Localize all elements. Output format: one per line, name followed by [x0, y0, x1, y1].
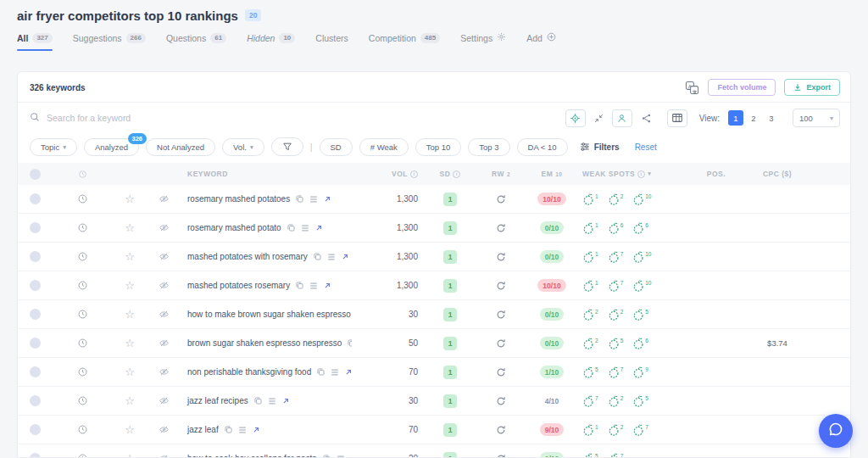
weak-spot-fruit-icon[interactable]: 1	[582, 250, 598, 264]
export-button[interactable]: Export	[784, 79, 840, 96]
weak-spot-fruit-icon[interactable]: 2	[608, 308, 624, 321]
copy-icon[interactable]	[316, 367, 326, 377]
favorite-star-icon[interactable]: ☆	[125, 280, 135, 291]
external-link-icon[interactable]	[344, 368, 352, 377]
fetch-volume-button[interactable]: Fetch volume	[708, 79, 776, 96]
row-checkbox[interactable]	[30, 424, 41, 435]
hide-eye-icon[interactable]	[147, 338, 181, 349]
tab-questions[interactable]: Questions61	[166, 33, 226, 51]
hide-eye-icon[interactable]	[147, 453, 181, 458]
em-column-header[interactable]: EM10	[525, 170, 579, 178]
filter-chip--weak[interactable]: # Weak	[359, 138, 409, 156]
serp-list-icon[interactable]	[337, 455, 345, 458]
refresh-icon[interactable]	[477, 338, 525, 349]
favorite-star-icon[interactable]: ☆	[125, 366, 135, 377]
weak-spot-fruit-icon[interactable]: 6	[632, 221, 648, 235]
favorite-star-icon[interactable]: ☆	[125, 453, 135, 458]
serp-list-icon[interactable]	[238, 426, 247, 434]
weak-spot-fruit-icon[interactable]: 6	[608, 221, 624, 235]
history-icon[interactable]	[52, 280, 113, 291]
serp-list-icon[interactable]	[309, 282, 318, 290]
hide-eye-icon[interactable]	[147, 280, 181, 291]
tab-all[interactable]: All327	[17, 33, 53, 51]
weak-spot-fruit-icon[interactable]: 2	[608, 193, 624, 206]
history-icon[interactable]	[52, 222, 113, 233]
serp-list-icon[interactable]	[268, 397, 276, 405]
funnel-filter-chip[interactable]	[271, 137, 303, 156]
external-link-icon[interactable]	[341, 253, 349, 261]
history-icon[interactable]	[52, 366, 113, 377]
refresh-icon[interactable]	[477, 396, 525, 406]
hide-eye-icon[interactable]	[147, 366, 181, 377]
weak-spot-fruit-icon[interactable]: 7	[608, 452, 624, 458]
external-link-icon[interactable]	[281, 397, 290, 405]
vol-column-header[interactable]: Voli	[352, 170, 423, 178]
row-checkbox[interactable]	[30, 251, 41, 262]
row-checkbox[interactable]	[30, 338, 41, 349]
weak-spot-fruit-icon[interactable]: 1	[582, 193, 598, 206]
weak-spot-fruit-icon[interactable]: 9	[632, 366, 648, 379]
tab-clusters[interactable]: Clusters	[315, 33, 348, 51]
row-checkbox[interactable]	[30, 280, 41, 291]
filters-button[interactable]: Filters	[580, 142, 620, 152]
refresh-icon[interactable]	[477, 194, 525, 204]
weak-spot-fruit-icon[interactable]: 7	[608, 279, 624, 293]
weak-spot-fruit-icon[interactable]: 10	[632, 279, 651, 293]
tab-suggestions[interactable]: Suggestions266	[73, 33, 146, 51]
hide-eye-icon[interactable]	[147, 251, 181, 262]
keyword-column-header[interactable]: Keyword	[181, 170, 352, 178]
serp-list-icon[interactable]	[301, 224, 309, 232]
history-icon[interactable]	[52, 193, 113, 204]
serp-list-icon[interactable]	[327, 253, 336, 261]
row-checkbox[interactable]	[30, 309, 41, 320]
external-link-icon[interactable]	[323, 282, 331, 290]
copy-icon[interactable]	[224, 425, 233, 434]
favorite-star-icon[interactable]: ☆	[125, 193, 135, 204]
collapse-arrows-icon[interactable]	[593, 114, 605, 123]
weak-spot-fruit-icon[interactable]: 5	[632, 394, 648, 408]
favorite-star-icon[interactable]: ☆	[125, 395, 135, 406]
page-button-3[interactable]: 3	[764, 110, 779, 126]
copy-icon[interactable]	[295, 194, 304, 204]
external-link-icon[interactable]	[314, 224, 323, 232]
copy-icon[interactable]	[295, 281, 304, 290]
hide-eye-icon[interactable]	[147, 309, 181, 320]
filter-chip-top-3[interactable]: Top 3	[468, 138, 509, 156]
filter-chip-vol-[interactable]: Vol.▾	[222, 138, 264, 156]
search-input[interactable]	[47, 113, 565, 123]
weak-spot-fruit-icon[interactable]: 6	[632, 337, 648, 350]
weak-spot-fruit-icon[interactable]: 2	[608, 423, 624, 437]
copy-icon[interactable]	[287, 223, 296, 232]
row-checkbox[interactable]	[30, 453, 41, 458]
weak-spot-fruit-icon[interactable]: 7	[632, 423, 648, 437]
chat-launcher-button[interactable]	[819, 414, 853, 448]
history-icon[interactable]	[52, 424, 113, 435]
hide-eye-icon[interactable]	[147, 193, 181, 204]
select-all-checkbox[interactable]	[30, 169, 41, 180]
weak-spot-fruit-icon[interactable]: 1	[582, 423, 598, 437]
reset-link[interactable]: Reset	[635, 142, 657, 152]
favorite-star-icon[interactable]: ☆	[125, 309, 135, 320]
copy-icon[interactable]	[313, 252, 322, 261]
weak-spot-fruit-icon[interactable]: 7	[582, 394, 598, 408]
history-icon[interactable]	[52, 251, 113, 262]
weak-spot-fruit-icon[interactable]: 2	[608, 394, 624, 408]
filter-chip-da-10[interactable]: DA < 10	[517, 138, 568, 156]
history-icon[interactable]	[52, 453, 113, 458]
refresh-icon[interactable]	[477, 425, 525, 435]
copy-icon[interactable]	[253, 396, 263, 405]
pos-column-header[interactable]: Pos.	[694, 170, 738, 178]
serp-list-icon[interactable]	[309, 195, 318, 204]
serp-list-icon[interactable]	[331, 368, 339, 377]
favorite-star-icon[interactable]: ☆	[125, 338, 135, 349]
refresh-icon[interactable]	[477, 281, 525, 291]
row-checkbox[interactable]	[30, 222, 41, 233]
share-icon[interactable]	[639, 113, 654, 124]
history-icon[interactable]	[52, 338, 113, 349]
weak-spot-fruit-icon[interactable]: 10	[632, 193, 651, 206]
history-icon[interactable]	[52, 395, 113, 406]
filter-chip-topic[interactable]: Topic▾	[30, 138, 77, 156]
weak-spot-fruit-icon[interactable]: 2	[582, 337, 598, 350]
table-view-icon[interactable]	[667, 109, 687, 127]
tab-hidden[interactable]: Hidden10	[247, 33, 295, 51]
